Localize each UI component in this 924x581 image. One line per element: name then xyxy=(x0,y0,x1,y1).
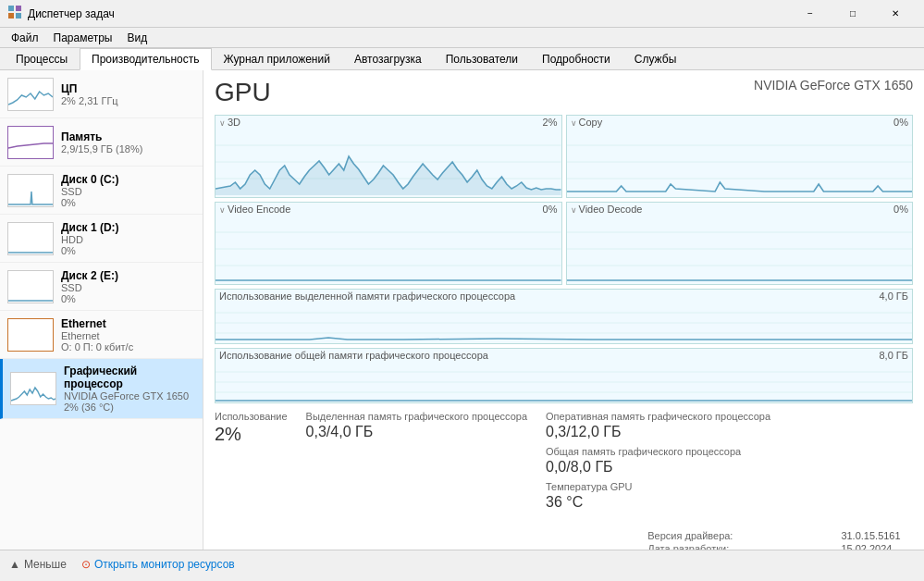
gpu-header: GPU NVIDIA GeForce GTX 1650 xyxy=(215,78,913,107)
tab-services[interactable]: Службы xyxy=(622,48,688,70)
gpu-name: Графический процессор xyxy=(64,365,195,390)
svg-rect-0 xyxy=(8,6,14,11)
shared-label: Общая память графического процессора xyxy=(546,446,770,457)
stats-section: Использование 2% Выделенная память графи… xyxy=(215,411,913,550)
close-button[interactable]: ✕ xyxy=(874,0,917,28)
chart-3d-label: 3D xyxy=(228,117,240,128)
usage-value: 2% xyxy=(215,424,288,445)
dedicated-mem-value: 4,0 ГБ xyxy=(879,290,908,302)
sidebar: ЦП 2% 2,31 ГГц Память 2,9/15,9 ГБ (18%) xyxy=(0,70,203,550)
tab-processes[interactable]: Процессы xyxy=(4,48,80,70)
chart-copy-label: Copy xyxy=(579,117,603,128)
sidebar-item-disk0[interactable]: Диск 0 (C:) SSD 0% xyxy=(0,167,203,215)
sidebar-item-cpu[interactable]: ЦП 2% 2,31 ГГц xyxy=(0,70,203,118)
less-button[interactable]: ▲ Меньше xyxy=(9,558,67,571)
gpu-panel: GPU NVIDIA GeForce GTX 1650 ∨3D 2% xyxy=(203,70,924,550)
disk0-sub2: 0% xyxy=(61,197,195,208)
tab-app-history[interactable]: Журнал приложений xyxy=(212,48,342,70)
chart-dedicated-mem: Использование выделенной памяти графичес… xyxy=(215,289,913,344)
ethernet-thumb xyxy=(7,318,54,352)
disk0-thumb xyxy=(7,174,54,207)
sidebar-item-disk1[interactable]: Диск 1 (D:) HDD 0% xyxy=(0,215,203,263)
sidebar-item-memory[interactable]: Память 2,9/15,9 ГБ (18%) xyxy=(0,118,203,167)
menu-view[interactable]: Вид xyxy=(119,30,154,46)
disk2-name: Диск 2 (E:) xyxy=(61,269,195,282)
usage-label: Использование xyxy=(215,411,288,422)
temp-label: Температура GPU xyxy=(546,481,770,492)
monitor-icon: ⊙ xyxy=(81,558,91,571)
memory-name: Память xyxy=(61,130,195,143)
chart-copy-value: 0% xyxy=(893,117,908,128)
chart-video-encode: ∨Video Encode 0% xyxy=(215,202,562,285)
disk2-sub1: SSD xyxy=(61,282,195,293)
titlebar: Диспетчер задач − □ ✕ xyxy=(0,0,924,28)
gpu-sub2: 2% (36 °C) xyxy=(64,402,195,413)
menu-params[interactable]: Параметры xyxy=(46,30,120,46)
disk1-thumb xyxy=(7,222,54,255)
bottom-bar: ▲ Меньше ⊙ Открыть монитор ресурсов xyxy=(0,550,924,577)
disk2-sub2: 0% xyxy=(61,293,195,304)
cpu-name: ЦП xyxy=(61,82,195,95)
stat-group-mem: Оперативная память графического процессо… xyxy=(546,411,770,511)
sidebar-item-disk2[interactable]: Диск 2 (E:) SSD 0% xyxy=(0,263,203,311)
chart-3d-value: 2% xyxy=(543,117,558,128)
tab-performance[interactable]: Производительность xyxy=(80,48,211,70)
tab-bar: Процессы Производительность Журнал прило… xyxy=(0,48,924,70)
tab-users[interactable]: Пользователи xyxy=(434,48,530,70)
minimize-button[interactable]: − xyxy=(789,0,832,28)
svg-rect-1 xyxy=(16,6,21,11)
vram-label: Выделенная память графического процессор… xyxy=(306,411,527,422)
cpu-sub: 2% 2,31 ГГц xyxy=(61,95,195,106)
chart-ve-area xyxy=(216,216,561,282)
gpu-model: NVIDIA GeForce GTX 1650 xyxy=(754,78,913,93)
disk0-name: Диск 0 (C:) xyxy=(61,173,195,186)
chart-3d-area xyxy=(216,129,561,195)
window-controls: − □ ✕ xyxy=(789,0,917,28)
op-mem-value: 0,3/12,0 ГБ xyxy=(546,424,770,440)
chart-3d: ∨3D 2% xyxy=(215,115,562,198)
disk1-sub1: HDD xyxy=(61,234,195,245)
tab-startup[interactable]: Автозагрузка xyxy=(342,48,434,70)
driver-info-row: Дата разработки:15.02.2024 xyxy=(644,542,913,550)
arrow-up-icon: ▲ xyxy=(9,558,20,571)
chart-copy: ∨Copy 0% xyxy=(566,115,914,198)
ethernet-sub2: О: 0 П: 0 кбит/с xyxy=(61,341,195,352)
chart-shared-mem: Использование общей памяти графического … xyxy=(215,348,913,403)
gpu-sub1: NVIDIA GeForce GTX 1650 xyxy=(64,390,195,402)
charts-grid: ∨3D 2% ∨C xyxy=(215,115,913,285)
memory-thumb xyxy=(7,126,54,159)
memory-sub: 2,9/15,9 ГБ (18%) xyxy=(61,143,195,155)
sidebar-item-ethernet[interactable]: Ethernet Ethernet О: 0 П: 0 кбит/с xyxy=(0,311,203,359)
disk1-sub2: 0% xyxy=(61,245,195,256)
chart-vd-area xyxy=(567,216,913,282)
less-label: Меньше xyxy=(24,558,67,571)
open-monitor-button[interactable]: ⊙ Открыть монитор ресурсов xyxy=(81,558,235,571)
ethernet-name: Ethernet xyxy=(61,317,195,330)
window-title: Диспетчер задач xyxy=(28,7,789,20)
menu-file[interactable]: Файл xyxy=(4,30,46,46)
shared-mem-value: 8,0 ГБ xyxy=(879,350,908,361)
shared-mem-label: Использование общей памяти графического … xyxy=(219,350,488,361)
driver-info: Версия драйвера:31.0.15.5161Дата разрабо… xyxy=(644,529,913,550)
disk2-thumb xyxy=(7,270,54,303)
shared-value: 0,0/8,0 ГБ xyxy=(546,459,770,476)
menubar: Файл Параметры Вид xyxy=(0,28,924,48)
disk1-name: Диск 1 (D:) xyxy=(61,221,195,234)
sidebar-item-gpu[interactable]: Графический процессор NVIDIA GeForce GTX… xyxy=(0,359,203,419)
gpu-title: GPU xyxy=(215,78,271,107)
app-icon xyxy=(7,5,22,22)
svg-rect-3 xyxy=(16,13,21,19)
dedicated-mem-label: Использование выделенной памяти графичес… xyxy=(219,290,515,302)
ethernet-sub1: Ethernet xyxy=(61,330,195,341)
vram-value: 0,3/4,0 ГБ xyxy=(306,424,527,440)
chart-vd-value: 0% xyxy=(893,204,908,215)
chart-copy-area xyxy=(567,129,913,195)
maximize-button[interactable]: □ xyxy=(832,0,874,28)
chart-ve-label: Video Encode xyxy=(228,204,290,215)
tab-details[interactable]: Подробности xyxy=(530,48,622,70)
driver-info-row: Версия драйвера:31.0.15.5161 xyxy=(644,529,913,542)
gpu-thumb xyxy=(10,372,56,405)
temp-value: 36 °C xyxy=(546,494,770,511)
disk0-sub1: SSD xyxy=(61,186,195,197)
chart-ve-value: 0% xyxy=(543,204,558,215)
